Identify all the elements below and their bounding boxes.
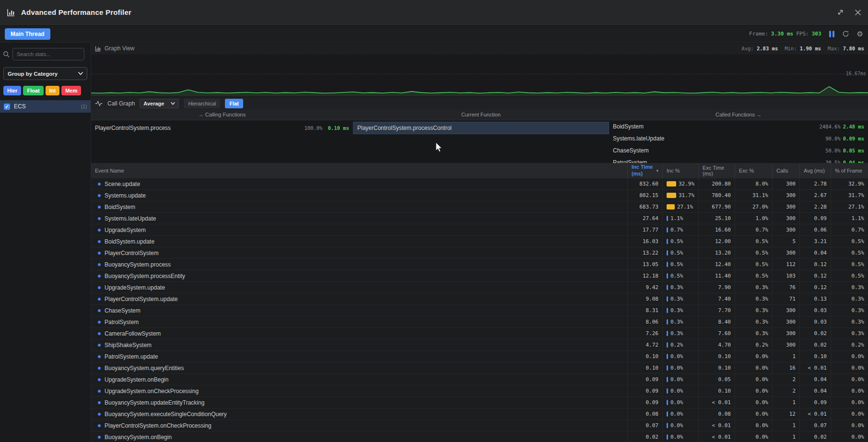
inc-time-value: 27.64 — [643, 215, 658, 221]
table-cell: 0.3% — [662, 293, 698, 304]
table-row[interactable]: UpgradeSystem.onBegin0.090.0%0.050.0%20.… — [91, 374, 868, 385]
column-header-exc-time[interactable]: Exc Time (ms) — [698, 163, 735, 178]
column-header-frame-pct[interactable]: % of Frame — [831, 163, 868, 178]
column-header-exc-pct[interactable]: Exc % — [735, 163, 772, 178]
group-by-dropdown[interactable]: Group by Category — [3, 67, 87, 80]
call-graph-mode-dropdown[interactable]: Average — [140, 99, 179, 108]
called-function-time: 0.05 ms — [843, 148, 864, 153]
checkbox-checked-icon[interactable]: ✓ — [4, 104, 10, 110]
table-row[interactable]: UpgradeSystem.update9.420.3%7.900.3%760.… — [91, 282, 868, 293]
called-function-row[interactable]: ChaseSystem50.0%0.05 ms — [609, 144, 868, 156]
frame-pct-value: 0.0% — [852, 376, 865, 383]
collapse-window-icon[interactable] — [837, 9, 844, 16]
event-dot-icon — [98, 367, 101, 370]
max-value: 7.80 ms — [843, 46, 864, 51]
sidebar-item-ecs[interactable]: ✓ ECS (1) — [0, 100, 91, 113]
table-row[interactable]: BoidSystem683.7327.1%677.9027.0%3002.282… — [91, 201, 868, 213]
inc-time-value: 4.72 — [646, 342, 659, 348]
exc-pct-value: 0.3% — [756, 307, 769, 314]
pause-icon[interactable] — [829, 31, 834, 37]
event-dot-icon — [98, 378, 101, 381]
table-row[interactable]: CameraFollowSystem7.260.3%7.600.3%3000.0… — [91, 328, 868, 339]
category-label: ECS — [14, 103, 26, 110]
table-row[interactable]: BoidSystem.update16.030.5%12.000.5%53.21… — [91, 236, 868, 247]
column-header-inc-time[interactable]: Inc Time (ms) ▾ — [627, 163, 662, 178]
filter-chip-hier[interactable]: Hier — [3, 86, 21, 95]
table-row[interactable]: Scene.update832.6032.9%200.808.0%3002.78… — [91, 178, 868, 190]
called-function-row[interactable]: Systems.lateUpdate90.0%0.09 ms — [609, 132, 868, 144]
tab-main-thread[interactable]: Main Thread — [5, 28, 50, 40]
table-cell: 27.0% — [735, 201, 772, 212]
current-function-row[interactable]: PlayerControlSystem.processControl — [353, 122, 609, 134]
table-cell: 3.21 — [799, 236, 831, 247]
frame-time-graph[interactable]: 16.67ms — [91, 54, 868, 97]
graph-view-title: Graph View — [105, 45, 134, 52]
table-cell: 13.20 — [698, 247, 735, 258]
table-cell: 0.0% — [662, 397, 698, 408]
frame-pct-value: 0.0% — [852, 411, 865, 417]
column-header-avg[interactable]: Avg (ms) — [799, 163, 831, 178]
hierarchical-button[interactable]: Hierarchical — [184, 99, 220, 108]
table-row[interactable]: UpgradeSystem17.770.7%16.600.7%3000.060.… — [91, 224, 868, 236]
called-function-row[interactable]: PatrolSystem38.5%0.04 ms — [609, 156, 868, 163]
column-header-calls[interactable]: Calls — [772, 163, 799, 178]
table-row[interactable]: BuoyancySystem.process13.050.5%12.400.5%… — [91, 259, 868, 270]
gear-icon[interactable]: ⚙ — [857, 30, 863, 37]
table-cell: 0.0% — [662, 385, 698, 396]
table-cell: 832.60 — [627, 178, 662, 189]
table-row[interactable]: BuoyancySystem.updateEntityTracking0.090… — [91, 397, 868, 408]
event-name: BoidSystem — [105, 204, 135, 210]
column-header-inc-pct[interactable]: Inc % — [662, 163, 698, 178]
table-cell: 0.2% — [831, 339, 868, 350]
inc-time-value: 0.09 — [646, 388, 659, 394]
bar-chart-icon — [7, 8, 15, 17]
table-row[interactable]: Systems.lateUpdate27.641.1%25.101.0%3000… — [91, 213, 868, 224]
table-cell: 2.78 — [799, 178, 831, 189]
filter-chip-mem[interactable]: Mem — [61, 86, 81, 95]
called-function-row[interactable]: BoidSystem2484.6%2.48 ms — [609, 120, 868, 132]
search-input[interactable] — [12, 48, 84, 60]
close-icon[interactable] — [855, 9, 861, 16]
table-cell: 0.3% — [831, 282, 868, 293]
table-cell: 7.60 — [698, 328, 735, 339]
exc-time-value: 4.70 — [718, 342, 731, 348]
table-cell: 0.0% — [662, 351, 698, 362]
frame-pct-value: 0.3% — [852, 296, 865, 302]
table-row[interactable]: Systems.update802.1531.7%780.4031.1%3002… — [91, 190, 868, 201]
table-row[interactable]: ShipShakeSystem4.720.2%4.700.2%3000.020.… — [91, 339, 868, 351]
table-row[interactable]: PatrolSystem8.060.3%8.400.3%3000.030.3% — [91, 316, 868, 328]
calling-function-row[interactable]: PlayerControlSystem.process 100.0% 0.10 … — [91, 122, 353, 134]
table-row[interactable]: ChaseSystem8.310.3%7.700.3%3000.030.3% — [91, 305, 868, 316]
filter-chip-int[interactable]: Int — [46, 86, 59, 95]
exc-time-value: < 0.01 — [712, 434, 731, 440]
table-row[interactable]: BuoyancySystem.queryEntities0.100.0%0.10… — [91, 362, 868, 374]
fps-value: 303 — [812, 31, 821, 37]
table-cell: 0.12 — [799, 270, 831, 281]
table-row[interactable]: PlayerControlSystem13.220.5%13.200.5%300… — [91, 247, 868, 259]
inc-pct-bar — [667, 181, 676, 186]
table-row[interactable]: PatrolSystem.update0.100.0%0.100.0%10.10… — [91, 351, 868, 362]
table-row[interactable]: PlayerControlSystem.update9.080.3%7.400.… — [91, 293, 868, 305]
table-row[interactable]: BuoyancySystem.executeSingleConditionQue… — [91, 408, 868, 420]
called-functions-panel: BoidSystem2484.6%2.48 msSystems.lateUpda… — [609, 120, 868, 163]
group-by-value: Group by Category — [8, 71, 58, 77]
table-cell: 0.3% — [735, 293, 772, 304]
table-cell: 300 — [772, 190, 799, 201]
refresh-icon[interactable] — [842, 30, 849, 37]
avg-value: 2.83 ms — [757, 46, 778, 51]
table-row[interactable]: UpgradeSystem.onCheckProcessing0.090.0%0… — [91, 385, 868, 397]
column-header-event-name[interactable]: Event Name — [91, 163, 627, 178]
table-row[interactable]: BuoyancySystem.onBegin0.020.0%< 0.010.0%… — [91, 431, 868, 442]
filter-chip-float[interactable]: Float — [23, 86, 43, 95]
frame-pct-value: 1.1% — [852, 215, 865, 221]
frame-pct-value: 0.5% — [852, 273, 865, 279]
calls-value: 300 — [786, 319, 796, 325]
avg-ms-value: 2.67 — [814, 192, 827, 198]
table-row[interactable]: BuoyancySystem.processEntity12.180.5%11.… — [91, 270, 868, 282]
avg-ms-value: 0.09 — [814, 215, 827, 221]
flat-button[interactable]: Flat — [225, 99, 243, 108]
calling-functions-panel: PlayerControlSystem.process 100.0% 0.10 … — [91, 120, 353, 163]
table-row[interactable]: PlayerControlSystem.onCheckProcessing0.0… — [91, 420, 868, 431]
table-cell: 0.09 — [627, 397, 662, 408]
avg-ms-value: 0.10 — [814, 353, 827, 360]
